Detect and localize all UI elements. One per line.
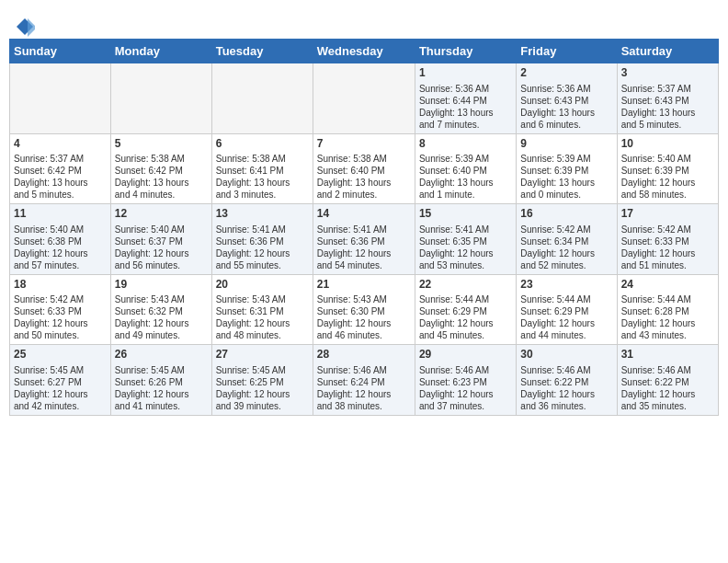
cell-content-line: Daylight: 12 hours xyxy=(14,388,107,400)
day-number: 31 xyxy=(621,348,714,362)
cell-content-line: and 5 minutes. xyxy=(14,189,107,201)
calendar-cell: 26Sunrise: 5:45 AMSunset: 6:26 PMDayligh… xyxy=(110,345,211,416)
cell-content-line: Sunset: 6:28 PM xyxy=(621,305,714,317)
cell-content-line: Sunset: 6:26 PM xyxy=(115,376,208,388)
cell-content-line: Sunset: 6:35 PM xyxy=(419,236,512,247)
day-number: 1 xyxy=(419,66,512,81)
cell-content-line: Sunrise: 5:37 AM xyxy=(14,153,107,165)
day-number: 17 xyxy=(621,207,714,222)
day-number: 3 xyxy=(621,66,714,81)
cell-content-line: Sunset: 6:32 PM xyxy=(115,305,208,317)
cell-content-line: Sunrise: 5:43 AM xyxy=(216,293,309,305)
calendar-cell: 12Sunrise: 5:40 AMSunset: 6:37 PMDayligh… xyxy=(110,204,211,275)
cell-content-line: Sunset: 6:22 PM xyxy=(520,376,612,388)
cell-content-line: Daylight: 12 hours xyxy=(621,177,714,189)
cell-content-line: Sunrise: 5:40 AM xyxy=(115,224,208,236)
cell-content-line: Daylight: 12 hours xyxy=(317,317,411,329)
cell-content-line: Sunrise: 5:41 AM xyxy=(317,224,411,236)
day-number: 30 xyxy=(520,348,612,362)
cell-content-line: Sunset: 6:39 PM xyxy=(520,165,612,177)
day-number: 24 xyxy=(621,278,714,293)
cell-content-line: Sunrise: 5:44 AM xyxy=(520,293,612,305)
cell-content-line: Sunrise: 5:42 AM xyxy=(520,224,612,236)
cell-content-line: Sunset: 6:33 PM xyxy=(621,236,714,247)
cell-content-line: Sunrise: 5:42 AM xyxy=(14,293,107,305)
cell-content-line: Sunrise: 5:44 AM xyxy=(419,293,512,305)
cell-content-line: and 55 minutes. xyxy=(216,259,309,271)
cell-content-line: Daylight: 12 hours xyxy=(621,388,714,400)
cell-content-line: and 39 minutes. xyxy=(216,400,309,412)
cell-content-line: Daylight: 12 hours xyxy=(115,317,208,329)
cell-content-line: and 5 minutes. xyxy=(621,119,714,131)
cell-content-line: Daylight: 12 hours xyxy=(520,317,612,329)
day-number: 4 xyxy=(14,137,107,152)
cell-content-line: and 46 minutes. xyxy=(317,329,411,341)
day-number: 26 xyxy=(115,348,208,362)
cell-content-line: Sunset: 6:23 PM xyxy=(419,376,512,388)
cell-content-line: Sunrise: 5:39 AM xyxy=(419,153,512,165)
cell-content-line: Sunrise: 5:45 AM xyxy=(216,364,309,376)
cell-content-line: Sunset: 6:24 PM xyxy=(317,376,411,388)
cell-content-line: and 48 minutes. xyxy=(216,329,309,341)
cell-content-line: Sunrise: 5:46 AM xyxy=(317,364,411,376)
cell-content-line: Daylight: 12 hours xyxy=(216,388,309,400)
cell-content-line: Sunrise: 5:45 AM xyxy=(14,364,107,376)
cell-content-line: Daylight: 12 hours xyxy=(317,388,411,400)
calendar-cell: 8Sunrise: 5:39 AMSunset: 6:40 PMDaylight… xyxy=(415,133,516,204)
calendar-cell: 24Sunrise: 5:44 AMSunset: 6:28 PMDayligh… xyxy=(617,274,718,345)
cell-content-line: Daylight: 13 hours xyxy=(520,177,612,189)
cell-content-line: Sunrise: 5:46 AM xyxy=(520,364,612,376)
cell-content-line: and 4 minutes. xyxy=(115,189,208,201)
cell-content-line: Sunrise: 5:44 AM xyxy=(621,293,714,305)
calendar-cell: 3Sunrise: 5:37 AMSunset: 6:43 PMDaylight… xyxy=(617,63,718,134)
cell-content-line: and 38 minutes. xyxy=(317,400,411,412)
cell-content-line: and 6 minutes. xyxy=(520,119,612,131)
cell-content-line: Sunset: 6:36 PM xyxy=(216,236,309,247)
day-number: 18 xyxy=(14,278,107,293)
day-number: 16 xyxy=(520,207,612,222)
cell-content-line: Daylight: 12 hours xyxy=(216,247,309,259)
cell-content-line: Sunrise: 5:40 AM xyxy=(14,224,107,236)
cell-content-line: Daylight: 12 hours xyxy=(115,247,208,259)
day-number: 28 xyxy=(317,348,411,362)
calendar-week-3: 11Sunrise: 5:40 AMSunset: 6:38 PMDayligh… xyxy=(10,204,719,275)
cell-content-line: Sunset: 6:29 PM xyxy=(520,305,612,317)
cell-content-line: Sunset: 6:40 PM xyxy=(419,165,512,177)
day-number: 23 xyxy=(520,278,612,293)
cell-content-line: Daylight: 12 hours xyxy=(621,247,714,259)
cell-content-line: and 37 minutes. xyxy=(419,400,512,412)
cell-content-line: Sunset: 6:30 PM xyxy=(317,305,411,317)
day-number: 29 xyxy=(419,348,512,362)
cell-content-line: and 56 minutes. xyxy=(115,259,208,271)
cell-content-line: Sunrise: 5:38 AM xyxy=(216,153,309,165)
cell-content-line: and 52 minutes. xyxy=(520,259,612,271)
cell-content-line: Sunset: 6:42 PM xyxy=(115,165,208,177)
calendar-cell xyxy=(313,63,415,134)
cell-content-line: Daylight: 12 hours xyxy=(520,388,612,400)
cell-content-line: and 7 minutes. xyxy=(419,119,512,131)
cell-content-line: and 54 minutes. xyxy=(317,259,411,271)
cell-content-line: Sunset: 6:22 PM xyxy=(621,376,714,388)
day-number: 10 xyxy=(621,137,714,152)
calendar-cell xyxy=(110,63,211,134)
cell-content-line: Sunrise: 5:46 AM xyxy=(621,364,714,376)
cell-content-line: Sunrise: 5:39 AM xyxy=(520,153,612,165)
calendar-cell: 17Sunrise: 5:42 AMSunset: 6:33 PMDayligh… xyxy=(617,204,718,275)
calendar-cell: 2Sunrise: 5:36 AMSunset: 6:43 PMDaylight… xyxy=(517,63,617,134)
cell-content-line: Sunrise: 5:41 AM xyxy=(419,224,512,236)
cell-content-line: and 43 minutes. xyxy=(621,329,714,341)
day-number: 8 xyxy=(419,137,512,152)
calendar-cell: 29Sunrise: 5:46 AMSunset: 6:23 PMDayligh… xyxy=(415,345,516,416)
cell-content-line: Sunrise: 5:36 AM xyxy=(419,83,512,95)
cell-content-line: and 42 minutes. xyxy=(14,400,107,412)
cell-content-line: and 49 minutes. xyxy=(115,329,208,341)
calendar-cell: 7Sunrise: 5:38 AMSunset: 6:40 PMDaylight… xyxy=(313,133,415,204)
calendar-cell: 22Sunrise: 5:44 AMSunset: 6:29 PMDayligh… xyxy=(415,274,516,345)
calendar-cell: 31Sunrise: 5:46 AMSunset: 6:22 PMDayligh… xyxy=(617,345,718,416)
day-number: 6 xyxy=(216,137,309,152)
cell-content-line: Sunset: 6:37 PM xyxy=(115,236,208,247)
calendar-cell: 30Sunrise: 5:46 AMSunset: 6:22 PMDayligh… xyxy=(517,345,617,416)
day-number: 25 xyxy=(14,348,107,362)
cell-content-line: Sunset: 6:27 PM xyxy=(14,376,107,388)
cell-content-line: Sunset: 6:29 PM xyxy=(419,305,512,317)
